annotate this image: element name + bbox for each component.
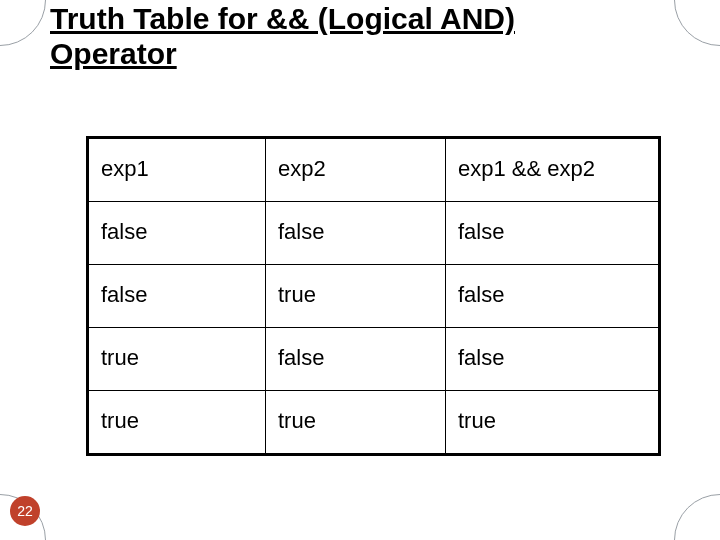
cell: false bbox=[88, 265, 266, 328]
cell: false bbox=[266, 202, 446, 265]
col-header-result: exp1 && exp2 bbox=[446, 138, 660, 202]
table-row: false true false bbox=[88, 265, 660, 328]
cell: true bbox=[88, 328, 266, 391]
corner-decoration-tl bbox=[0, 0, 46, 46]
truth-table: exp1 exp2 exp1 && exp2 false false false… bbox=[86, 136, 661, 456]
page-number-badge: 22 bbox=[10, 496, 40, 526]
cell: true bbox=[88, 391, 266, 455]
truth-table-container: exp1 exp2 exp1 && exp2 false false false… bbox=[86, 136, 658, 456]
table-row: true true true bbox=[88, 391, 660, 455]
table-row: true false false bbox=[88, 328, 660, 391]
cell: true bbox=[446, 391, 660, 455]
slide: Truth Table for && (Logical AND) Operato… bbox=[0, 0, 720, 540]
cell: false bbox=[446, 328, 660, 391]
cell: false bbox=[266, 328, 446, 391]
col-header-exp1: exp1 bbox=[88, 138, 266, 202]
corner-decoration-br bbox=[674, 494, 720, 540]
cell: true bbox=[266, 265, 446, 328]
cell: false bbox=[88, 202, 266, 265]
cell: false bbox=[446, 265, 660, 328]
corner-decoration-tr bbox=[674, 0, 720, 46]
col-header-exp2: exp2 bbox=[266, 138, 446, 202]
slide-title: Truth Table for && (Logical AND) Operato… bbox=[50, 2, 610, 71]
cell: false bbox=[446, 202, 660, 265]
cell: true bbox=[266, 391, 446, 455]
page-number: 22 bbox=[17, 503, 33, 519]
table-header-row: exp1 exp2 exp1 && exp2 bbox=[88, 138, 660, 202]
table-row: false false false bbox=[88, 202, 660, 265]
